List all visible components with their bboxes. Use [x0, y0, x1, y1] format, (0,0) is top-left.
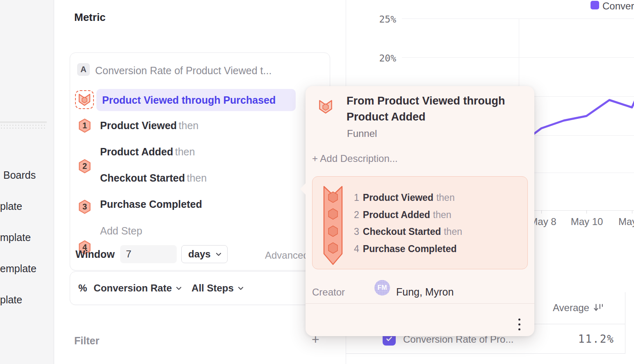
- funnel-icon: [318, 99, 333, 116]
- table-row-average-value: 11.2%: [561, 333, 614, 345]
- step-1-suffix: then: [179, 120, 199, 131]
- table-column-divider: [625, 292, 625, 354]
- step-3-name: Checkout Started: [100, 172, 185, 184]
- steps-scope-dropdown[interactable]: All Steps: [192, 282, 234, 294]
- add-step-button[interactable]: Add Step: [100, 225, 142, 237]
- sidebar-item-template-2[interactable]: mplate: [0, 232, 31, 243]
- sidebar-item-template-1[interactable]: plate: [0, 200, 22, 212]
- step-3-number: 3: [78, 200, 91, 214]
- more-options-kebab-icon[interactable]: [513, 316, 525, 333]
- window-unit-select[interactable]: days: [181, 245, 228, 263]
- average-header-label: Average: [553, 302, 589, 314]
- popover-step-3: 3Checkout Startedthen: [354, 226, 462, 237]
- funnel-ribbon-icon: [323, 185, 343, 266]
- table-row-border: [346, 353, 625, 354]
- average-column-header[interactable]: Average: [553, 302, 604, 314]
- advanced-link[interactable]: Advanced: [265, 250, 309, 261]
- funnel-icon: [78, 93, 91, 106]
- step-2-number: 2: [78, 159, 91, 173]
- chevron-down-icon: [216, 253, 221, 256]
- measure-type-dropdown[interactable]: Conversion Rate: [94, 282, 172, 294]
- metric-section-heading: Metric: [74, 11, 106, 24]
- step-3-suffix: then: [187, 172, 207, 184]
- step-1-name: Product Viewed: [100, 120, 177, 131]
- popover-step-4: 4Purchase Completed: [354, 243, 460, 255]
- creator-avatar: FM: [374, 280, 390, 296]
- creator-label: Creator: [312, 287, 345, 298]
- chevron-down-icon[interactable]: [238, 287, 244, 290]
- sort-descending-icon: [593, 303, 604, 313]
- selected-funnel-step-label: Product Viewed through Purchased: [102, 94, 276, 106]
- window-label: Window: [75, 248, 115, 260]
- step-row-4[interactable]: Purchase Completed: [100, 198, 202, 210]
- metric-card: A Conversion Rate of Product Viewed t...…: [70, 52, 330, 271]
- series-title[interactable]: Conversion Rate of Product Viewed t...: [95, 65, 271, 77]
- popover-title: From Product Viewed through Product Adde…: [347, 93, 525, 125]
- popover-footer-divider: [306, 303, 534, 304]
- step-2-badge: 2: [78, 159, 91, 173]
- sidebar: Boards plate mplate emplate plate: [0, 0, 54, 364]
- filter-section-heading: Filter: [74, 335, 99, 347]
- selected-funnel-step[interactable]: Product Viewed through Purchased: [96, 89, 296, 111]
- popover-type-label: Funnel: [347, 128, 377, 139]
- popover-step-1: 1Product Viewedthen: [354, 192, 455, 203]
- creator-initials: FM: [377, 284, 387, 291]
- step-4-name: Purchase Completed: [100, 198, 202, 210]
- creator-name: Fung, Myron: [396, 286, 454, 298]
- step-2-name: Product Added: [100, 146, 173, 157]
- sidebar-item-template-3[interactable]: emplate: [0, 263, 36, 275]
- add-description-button[interactable]: + Add Description...: [312, 153, 398, 164]
- series-a-badge[interactable]: A: [77, 63, 90, 76]
- step-row-3[interactable]: Checkout Started then: [100, 172, 207, 184]
- funnel-details-popover: From Product Viewed through Product Adde…: [306, 86, 534, 336]
- step-1-badge: 1: [78, 118, 91, 133]
- window-value-input[interactable]: [120, 245, 177, 263]
- step-1-number: 1: [78, 118, 91, 133]
- sidebar-divider: [0, 121, 47, 123]
- step-2-suffix: then: [175, 146, 195, 157]
- step-3-badge: 3: [78, 200, 91, 214]
- app-window: Boards plate mplate emplate plate Metric…: [0, 0, 634, 364]
- step-row-1[interactable]: Product Viewed then: [100, 120, 198, 132]
- sidebar-item-boards[interactable]: Boards: [3, 169, 36, 181]
- popover-step-2: 2Product Addedthen: [354, 209, 452, 221]
- funnel-icon-dashed-box[interactable]: [75, 90, 94, 109]
- window-unit-value: days: [188, 248, 211, 260]
- sidebar-divider-dots: [0, 124, 47, 129]
- measured-as-card: % Conversion Rate All Steps: [70, 271, 330, 305]
- percent-icon: %: [78, 282, 87, 294]
- chevron-down-icon[interactable]: [176, 287, 182, 290]
- check-icon: [385, 335, 393, 343]
- sidebar-item-template-4[interactable]: plate: [0, 294, 22, 306]
- step-row-2[interactable]: Product Added then: [100, 146, 195, 158]
- funnel-steps-box: 1Product Viewedthen 2Product Addedthen 3…: [312, 176, 528, 269]
